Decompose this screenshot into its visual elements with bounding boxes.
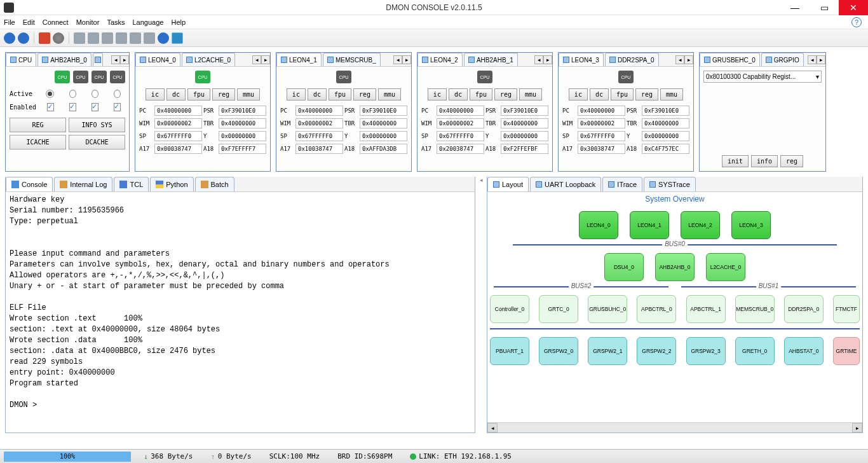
overview-node[interactable]: GRSPW2_2 [637,337,676,365]
refresh-icon[interactable] [18,32,29,44]
menu-file[interactable]: File [4,18,15,26]
reg-tbr[interactable]: 0x40000000 [219,118,266,128]
reg-pc[interactable]: 0x40000000 [437,106,484,116]
ic-button[interactable]: ic [569,88,588,100]
pause-icon[interactable] [102,32,113,44]
cpu-chip-icon[interactable]: CPU [618,71,634,83]
enabled-check-0[interactable] [47,103,54,111]
cap-reg-button[interactable]: reg [780,155,803,167]
reg-button[interactable]: reg [353,88,376,100]
mmu-button[interactable]: mmu [378,88,401,100]
overview-node[interactable]: GRTIME [833,337,860,365]
mmu-button[interactable]: mmu [660,88,683,100]
reg-a18[interactable]: 0xC4F757EC [642,144,689,154]
cpu-chip-1-icon[interactable]: CPU [73,71,88,83]
reg-tbr[interactable]: 0x40000000 [360,118,407,128]
reg-a17[interactable]: 0x00038747 [154,144,202,154]
reg-psr[interactable]: 0xF39010E0 [642,106,689,116]
tab-AHB2AHB_1[interactable]: AHB2AHB_1 [464,53,518,66]
overview-node[interactable]: GRSPW2_0 [539,337,578,365]
active-radio-1[interactable] [69,90,76,98]
tab-scroll-left[interactable]: ◂ [675,55,684,64]
tab-LEON4_2[interactable]: LEON4_2 [417,53,463,66]
step-icon[interactable] [74,32,85,44]
tools-icon[interactable] [130,32,141,44]
tab-scroll-right[interactable]: ▸ [543,55,552,64]
overview-node[interactable]: GRSPW2_1 [588,337,627,365]
tab-uart-loopback[interactable]: UART Loopback [530,177,601,191]
menu-connect[interactable]: Connect [43,18,69,26]
overview-node[interactable]: DSU4_0 [604,253,644,281]
overview-node[interactable]: GRUSBUHC_0 [588,295,627,323]
cap-init-button[interactable]: init [722,155,749,167]
tab-scroll-left[interactable]: ◂ [252,55,261,64]
reg-button[interactable]: reg [635,88,658,100]
reg-button[interactable]: reg [212,88,235,100]
reg-tbr[interactable]: 0x40000000 [642,118,689,128]
tab-scroll-left[interactable]: ◂ [534,55,543,64]
tab-scroll-right[interactable]: ▸ [817,55,825,64]
cap-info-button[interactable]: info [751,155,778,167]
tab-layout[interactable]: Layout [487,177,529,191]
reg-wim[interactable]: 0x00000002 [295,118,343,128]
reg-wim[interactable]: 0x00000002 [154,118,202,128]
reg-wim[interactable]: 0x00000002 [437,118,484,128]
overview-node[interactable]: GRETH_0 [735,337,775,365]
fpu-button[interactable]: fpu [187,88,210,100]
reg-pc[interactable]: 0x40000000 [295,106,343,116]
reg-y[interactable]: 0x00000000 [219,131,266,141]
overview-node[interactable]: APBCTRL_1 [686,295,726,323]
enabled-check-1[interactable] [69,103,76,111]
dc-button[interactable]: dc [308,88,327,100]
reg-psr[interactable]: 0xF39010E0 [360,106,407,116]
reg-sp[interactable]: 0x67FFFFF0 [578,131,625,141]
tab-ahb2ahb0[interactable]: AHB2AHB_0 [37,53,92,66]
tab-LEON4_1[interactable]: LEON4_1 [276,53,322,66]
tab-batch[interactable]: Batch [195,177,234,191]
fpu-button[interactable]: fpu [611,88,634,100]
cpu-chip-icon[interactable]: CPU [195,71,210,83]
maximize-button[interactable]: ▭ [810,0,839,15]
reg-a17[interactable]: 0x10038747 [295,144,343,154]
overview-node[interactable]: AHB2AHB_0 [655,253,695,281]
splitter-handle[interactable] [478,177,484,433]
reg-a18[interactable]: 0xF2FFEFBF [501,144,548,154]
capability-select[interactable]: 0x80100300 Capability Regist... ▾ [703,71,822,83]
download-icon[interactable] [158,32,169,44]
overview-node[interactable]: GRTC_0 [539,295,578,323]
reg-button[interactable]: REG [10,118,66,132]
tab-LEON4_0[interactable]: LEON4_0 [135,53,180,66]
tab-grgpio[interactable]: GRGPIO [761,53,804,66]
reg-pc[interactable]: 0x40000000 [154,106,202,116]
enabled-check-3[interactable] [114,103,121,111]
reg-sp[interactable]: 0x67FFFFF0 [295,131,343,141]
tab-scroll-right[interactable]: ▸ [402,55,411,64]
overview-node[interactable]: LEON4_2 [681,211,720,239]
overview-node[interactable]: GRSPW2_3 [686,337,726,365]
tab-cpu[interactable]: CPU [6,53,36,66]
info-icon[interactable] [4,32,15,44]
overview-node[interactable]: PBUART_1 [490,337,529,365]
reg-wim[interactable]: 0x00000002 [578,118,625,128]
reg-a18[interactable]: 0xF7EFFFF7 [219,144,266,154]
stop-icon[interactable] [39,32,50,44]
dc-button[interactable]: dc [590,88,609,100]
cpu-chip-0-icon[interactable]: CPU [55,71,70,83]
mmu-button[interactable]: mmu [237,88,260,100]
overview-node[interactable]: Controller_0 [490,295,529,323]
reg-psr[interactable]: 0xF39010E0 [501,106,548,116]
fpu-button[interactable]: fpu [329,88,351,100]
tab-extra[interactable] [93,53,103,66]
reg-a17[interactable]: 0x20038747 [437,144,484,154]
active-radio-2[interactable] [92,90,98,98]
mmu-button[interactable]: mmu [519,88,542,100]
cpu-chip-3-icon[interactable]: CPU [110,71,125,83]
cpu-chip-icon[interactable]: CPU [477,71,492,83]
reg-y[interactable]: 0x00000000 [642,131,689,141]
tab-systrace[interactable]: SYSTrace [644,177,696,191]
reg-psr[interactable]: 0xF39010E0 [219,106,266,116]
reg-sp[interactable]: 0x67FFFFF0 [437,131,484,141]
overview-node[interactable]: L2CACHE_0 [706,253,745,281]
reg-y[interactable]: 0x00000000 [360,131,407,141]
tab-DDR2SPA_0[interactable]: DDR2SPA_0 [605,53,659,66]
